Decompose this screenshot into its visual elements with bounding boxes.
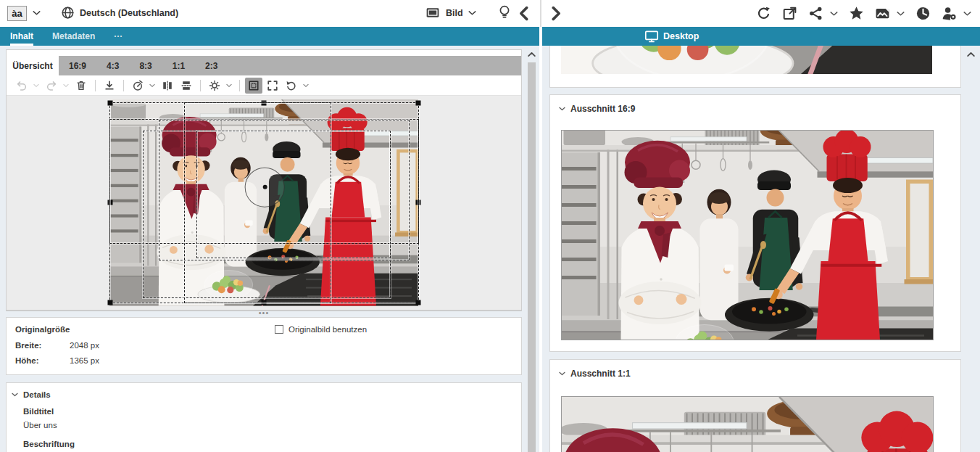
- section-title-1-1: Ausschnitt 1:1: [570, 369, 631, 379]
- original-size-card: Originalgröße Breite: 2048 px Höhe: 1365…: [6, 317, 522, 375]
- section-header-1-1[interactable]: Ausschnitt 1:1: [559, 369, 631, 379]
- section-header-16-9[interactable]: Ausschnitt 16:9: [559, 104, 635, 114]
- flip-v-icon[interactable]: [159, 78, 176, 94]
- asset-type-label: Bild: [446, 8, 463, 18]
- scroll-up-button[interactable]: [527, 49, 536, 59]
- crop-handle[interactable]: [107, 300, 112, 305]
- caret-down-icon: [468, 10, 476, 16]
- ratio-tab--bersicht[interactable]: Übersicht: [7, 56, 59, 75]
- chevron-right-icon[interactable]: [551, 6, 562, 21]
- open-in-new-icon[interactable]: [782, 6, 797, 21]
- preview-image-1-1: [561, 396, 934, 452]
- crop-handle[interactable]: [415, 101, 420, 106]
- lightbulb-icon[interactable]: [497, 4, 512, 22]
- image-thumb-icon: [425, 6, 441, 20]
- caret-down-icon[interactable]: [224, 78, 233, 94]
- device-label: Desktop: [663, 31, 699, 41]
- section-title-16-9: Ausschnitt 16:9: [570, 104, 635, 114]
- use-original-checkbox-row: Originalbild benutzen: [275, 325, 367, 334]
- field-label-bildtitel: Bildtitel: [23, 407, 54, 416]
- kitchen-photo-1-1: [562, 397, 933, 452]
- height-value: 1365 px: [70, 356, 99, 365]
- trash-icon[interactable]: [72, 78, 90, 94]
- resize-grip[interactable]: •••: [6, 311, 522, 317]
- use-original-checkbox[interactable]: [275, 325, 283, 334]
- preview-image-partial: [561, 46, 932, 74]
- chevron-left-icon[interactable]: [518, 6, 529, 21]
- frame-icon[interactable]: [245, 78, 262, 94]
- chevron-down-icon: [559, 371, 565, 377]
- top-toolbar: àa Deutsch (Deutschland) Bild: [0, 0, 980, 27]
- field-value-bildtitel: Über uns: [23, 421, 57, 430]
- preview-image-16-9: [561, 130, 934, 340]
- clock-icon[interactable]: [915, 6, 931, 21]
- asset-type-selector[interactable]: Bild: [425, 6, 476, 20]
- kitchen-photo-16-9: [562, 131, 933, 340]
- topbar-divider: [540, 0, 541, 27]
- monitor-icon: [644, 29, 659, 44]
- crop-icon[interactable]: [264, 78, 281, 94]
- toolbar-separator: [123, 80, 124, 91]
- flip-h-icon[interactable]: [178, 78, 195, 94]
- preview-panel: Ausschnitt 16:9 Ausschnitt 1:1: [541, 46, 980, 452]
- caret-down-icon[interactable]: [830, 11, 838, 17]
- ratio-tab-16-9[interactable]: 16:9: [59, 56, 96, 75]
- width-value: 2048 px: [70, 341, 99, 350]
- use-original-label: Originalbild benutzen: [288, 325, 367, 334]
- star-icon[interactable]: [849, 6, 864, 21]
- chevron-down-icon: [12, 393, 18, 398]
- caret-down-icon[interactable]: [301, 78, 310, 94]
- right-scroll-up-button[interactable]: [966, 49, 976, 59]
- image-editor-card: Übersicht16:94:38:31:12:3: [6, 49, 522, 311]
- tab-more[interactable]: ···: [114, 27, 122, 46]
- toolbar-separator: [95, 80, 96, 91]
- tab-metadaten[interactable]: Metadaten: [52, 27, 95, 46]
- preview-card-16-9: Ausschnitt 16:9: [549, 94, 961, 352]
- ratio-tab-2-3[interactable]: 2:3: [195, 56, 228, 75]
- globe-icon[interactable]: [61, 6, 75, 20]
- photo-canvas[interactable]: [109, 99, 419, 306]
- share-icon[interactable]: [808, 6, 823, 21]
- caret-down-icon: [61, 78, 70, 94]
- caret-down-icon[interactable]: [963, 11, 971, 17]
- redo-icon: [43, 78, 60, 94]
- chevron-down-icon: [559, 107, 565, 112]
- timer-icon[interactable]: [129, 78, 146, 94]
- left-scrollbar-thumb[interactable]: [528, 62, 536, 452]
- crop-overlay-layer: [109, 99, 419, 306]
- dam-app-window: àa Deutsch (Deutschland) Bild Inhalt Met…: [0, 0, 980, 452]
- content-tabbar: Inhalt Metadaten ···: [0, 27, 540, 46]
- caret-down-icon[interactable]: [33, 10, 41, 16]
- app-action-icons: [756, 4, 971, 23]
- preview-card-1-1: Ausschnitt 1:1: [549, 359, 961, 452]
- image-status-icon[interactable]: [875, 6, 890, 21]
- preview-card-partial: [549, 46, 961, 88]
- app-logo[interactable]: àa: [7, 6, 27, 21]
- details-card: Details Bildtitel Über uns Beschriftung: [6, 382, 522, 452]
- download-icon[interactable]: [101, 78, 118, 94]
- ratio-tab-8-3[interactable]: 8:3: [129, 56, 162, 75]
- caret-down-icon[interactable]: [897, 11, 905, 17]
- user-settings-icon[interactable]: [942, 6, 957, 21]
- ratio-tab-4-3[interactable]: 4:3: [96, 56, 129, 75]
- panel-splitter[interactable]: [539, 27, 542, 452]
- crop-handle[interactable]: [415, 300, 420, 305]
- crop-rect-5[interactable]: [196, 131, 391, 259]
- caret-down-icon: [31, 78, 41, 94]
- focus-point-circle[interactable]: [245, 168, 285, 207]
- height-label: Höhe:: [15, 356, 39, 365]
- editor-toolbar: [7, 75, 521, 96]
- details-section-header[interactable]: Details: [12, 390, 51, 399]
- editor-canvas: [7, 96, 521, 310]
- focus-point-dot: [262, 185, 267, 189]
- ratio-tab-bar: Übersicht16:94:38:31:12:3: [7, 56, 521, 75]
- rotate-ccw-icon[interactable]: [283, 78, 300, 94]
- ratio-tab-1-1[interactable]: 1:1: [162, 56, 195, 75]
- brightness-icon[interactable]: [206, 78, 223, 94]
- refresh-icon[interactable]: [756, 6, 771, 21]
- crop-handle[interactable]: [107, 101, 112, 106]
- tab-inhalt[interactable]: Inhalt: [10, 27, 33, 46]
- undo-icon: [13, 78, 30, 94]
- caret-down-icon[interactable]: [147, 78, 157, 94]
- kitchen-photo-strip: [561, 46, 932, 74]
